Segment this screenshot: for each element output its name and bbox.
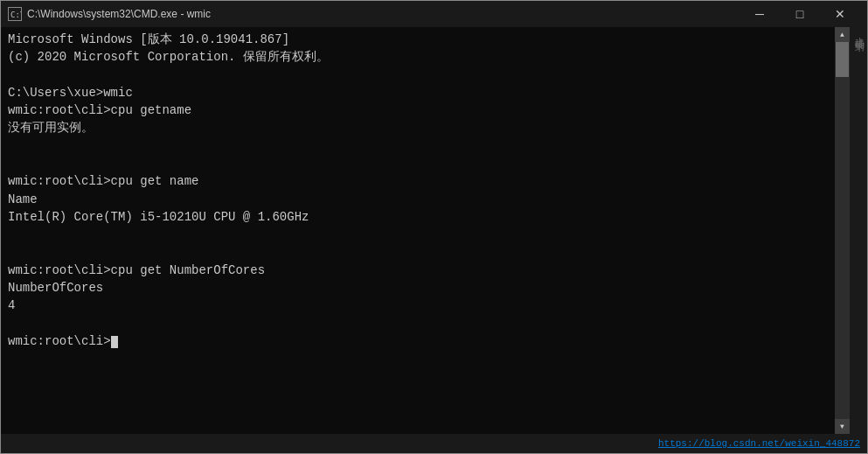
- scroll-down-button[interactable]: ▼: [835, 419, 850, 434]
- scrollbar[interactable]: ▲ ▼: [835, 27, 850, 434]
- maximize-button[interactable]: □: [780, 1, 820, 27]
- window-title: C:\Windows\system32\CMD.exe - wmic: [27, 8, 211, 20]
- scrollbar-track[interactable]: [835, 42, 850, 419]
- svg-text:C:\: C:\: [10, 10, 21, 19]
- status-url[interactable]: https://blog.csdn.net/weixin_448872: [658, 438, 860, 449]
- title-bar: C:\ C:\Windows\system32\CMD.exe - wmic ─…: [1, 1, 867, 27]
- window: C:\ C:\Windows\system32\CMD.exe - wmic ─…: [0, 0, 868, 454]
- close-button[interactable]: ✕: [820, 1, 860, 27]
- minimize-button[interactable]: ─: [740, 1, 780, 27]
- terminal-content[interactable]: Microsoft Windows [版本 10.0.19041.867] (c…: [1, 27, 835, 434]
- cmd-icon: C:\: [8, 7, 22, 21]
- title-bar-left: C:\ C:\Windows\system32\CMD.exe - wmic: [8, 7, 211, 21]
- scroll-up-button[interactable]: ▲: [835, 27, 850, 42]
- terminal-body: Microsoft Windows [版本 10.0.19041.867] (c…: [1, 27, 867, 434]
- cursor: [111, 336, 118, 348]
- window-controls: ─ □ ✕: [740, 1, 860, 27]
- scrollbar-thumb[interactable]: [836, 42, 849, 77]
- status-bar: https://blog.csdn.net/weixin_448872: [1, 434, 867, 453]
- terminal-output: Microsoft Windows [版本 10.0.19041.867] (c…: [8, 31, 828, 350]
- right-sidebar: 上 移 动 到 下: [850, 27, 867, 434]
